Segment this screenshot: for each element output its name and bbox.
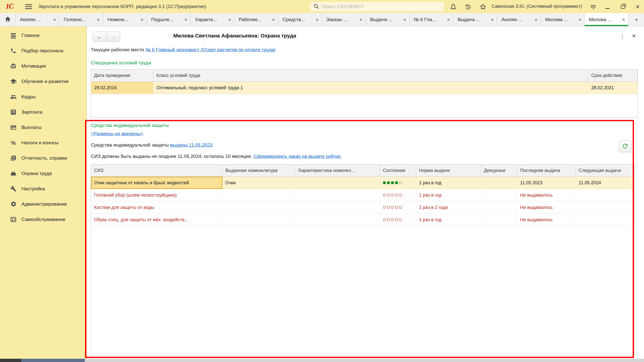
tab-overflow-button[interactable]: ▼ [629,13,644,26]
column-header[interactable]: Дежурные [481,164,517,176]
main-menu-icon[interactable] [25,4,32,9]
ppe-cell-duty[interactable] [481,177,517,189]
column-header[interactable]: СИЗ [91,164,222,176]
create-issue-order-link[interactable]: Сформировать заказ на выдачу сейчас [254,154,341,159]
back-button[interactable]: ← [93,32,106,41]
more-menu-icon[interactable]: ⋮ [619,32,626,41]
column-header[interactable]: Состояние [380,164,416,176]
tab[interactable]: Головно... × [59,13,103,26]
tab[interactable]: Средств... × [278,13,322,26]
favorites-star-icon[interactable] [478,2,488,11]
sidebar-item[interactable]: Охрана труда [0,166,86,181]
ppe-cell-last-issue[interactable]: Не выдавалось [517,201,576,213]
tab-close-icon[interactable]: × [535,17,538,23]
ppe-cell-duty[interactable] [481,189,517,201]
ppe-cell-last-issue[interactable]: Не выдавалось [517,214,576,226]
sidebar-item[interactable]: % Налоги и взносы [0,135,86,150]
tab-close-icon[interactable]: × [578,17,581,23]
ppe-cell-state[interactable] [380,189,416,201]
history-icon[interactable] [463,2,472,11]
window-restore-button[interactable] [618,3,627,11]
column-header[interactable]: Характеристика номенкл... [295,164,380,176]
assessment-row[interactable]: 29.02.2016 Оптимальный, подкласс условий… [91,82,637,94]
tab-close-icon[interactable]: × [97,17,100,23]
tab[interactable]: Акопян ... × [497,13,541,26]
ppe-cell-characteristic[interactable] [295,189,380,201]
tab-close-icon[interactable]: × [272,17,275,23]
sidebar-item[interactable]: Выплаты [0,120,86,135]
tab-close-icon[interactable]: × [316,17,319,23]
ppe-cell-state[interactable] [380,177,416,189]
ppe-cell-duty[interactable] [481,201,517,213]
column-header[interactable]: Дата проведения [91,69,153,81]
column-header[interactable]: Следующая выдача [576,164,634,176]
ppe-cell-characteristic[interactable] [295,177,380,189]
ppe-cell-next-issue[interactable] [576,189,634,201]
assessment-class-cell[interactable]: Оптимальный, подкласс условий труда 1 [153,82,588,94]
assessment-date-cell[interactable]: 29.02.2016 [91,82,153,94]
tab[interactable]: Заказы ... × [322,13,366,26]
tab[interactable]: № 6 Гла... × [410,13,453,26]
global-search[interactable] [310,2,444,11]
tab-close-icon[interactable]: × [228,17,231,23]
tab[interactable]: Номенк... × [103,13,147,26]
sidebar-item[interactable]: Зарплата [0,104,86,120]
ppe-cell-nomenclature[interactable] [222,214,295,226]
tab[interactable]: Подшле... × [147,13,191,26]
column-header[interactable]: Норма выдачи [416,164,481,176]
ppe-cell-norm[interactable]: 1 раз в год [416,214,481,226]
ppe-cell-next-issue[interactable] [576,214,634,226]
tab-close-icon[interactable]: × [184,17,187,23]
column-header[interactable]: Срок действия [588,69,637,81]
sidebar-item[interactable]: Главное [0,28,86,43]
tab-close-icon[interactable]: × [141,17,144,23]
search-input[interactable] [321,4,441,10]
sidebar-item[interactable]: Мотивация [0,58,86,74]
forward-button[interactable]: → [106,32,120,41]
sidebar-item[interactable]: Подбор персонала [0,43,86,58]
tab-close-icon[interactable]: × [403,17,406,23]
ppe-cell-nomenclature[interactable] [222,189,295,201]
sizes-not-entered-link[interactable]: <Размеры не введены> [91,131,143,137]
workplace-link[interactable]: № 6 Главный экономист /Отдел расчетов по… [145,47,275,52]
tab[interactable]: Рабочие... × [234,13,278,26]
user-menu-icon[interactable] [589,2,598,11]
ppe-cell-state[interactable] [380,201,416,213]
tab[interactable]: Акопян ... × [16,13,59,26]
ppe-cell-duty[interactable] [481,214,517,226]
sidebar-item[interactable]: Отчетность, справки [0,150,86,166]
ppe-cell-state[interactable] [380,214,416,226]
ppe-cell-siz[interactable]: Головной убор (шлем пескоструйщика) [91,189,222,201]
tab[interactable]: Милова ... × [585,13,628,26]
column-header[interactable]: Последняя выдача [517,164,576,176]
ppe-cell-siz[interactable]: Обувь спец. для защиты от мех. воздейств… [91,214,222,226]
tab[interactable]: Выдача ... × [453,13,497,26]
ppe-cell-characteristic[interactable] [295,201,380,213]
ppe-cell-nomenclature[interactable] [222,201,295,213]
sidebar-item[interactable]: Настройка [0,181,86,196]
tab[interactable]: Милова ... × [541,13,585,26]
tab-close-icon[interactable]: × [359,17,363,23]
form-close-icon[interactable]: × [630,31,638,40]
ppe-cell-nomenclature[interactable]: Очки [222,177,295,189]
ppe-table-row[interactable]: Костюм для защиты от воды 1 раз в 2 года… [91,201,634,214]
home-tab-button[interactable] [0,13,16,26]
current-user[interactable]: Савинская З.Ю. (Системный программист) [492,4,582,9]
ppe-cell-norm[interactable]: 1 раз в 2 года [416,201,481,213]
ppe-table-row[interactable]: Очки защитные от капель и брызг жидкосте… [91,177,634,189]
tab-close-icon[interactable]: × [491,17,494,23]
ppe-cell-norm[interactable]: 1 раз в год [416,177,481,189]
sidebar-item[interactable]: Администрирование [0,196,86,212]
notifications-bell-icon[interactable] [449,2,458,11]
tab-close-icon[interactable]: × [447,17,450,23]
tab[interactable]: Выдачи ... × [366,13,410,26]
tab[interactable]: Характе... × [191,13,234,26]
sidebar-item[interactable]: Самообслуживание [0,212,86,227]
ppe-cell-norm[interactable]: 1 раз в год [416,189,481,201]
tab-close-icon[interactable]: × [53,17,56,23]
ppe-cell-siz[interactable]: Очки защитные от капель и брызг жидкосте… [91,177,222,189]
ppe-cell-characteristic[interactable] [295,214,380,226]
sidebar-item[interactable]: Кадры [0,89,86,104]
refresh-button[interactable] [619,141,631,152]
column-header[interactable]: Выданная номенклатура [222,164,295,176]
